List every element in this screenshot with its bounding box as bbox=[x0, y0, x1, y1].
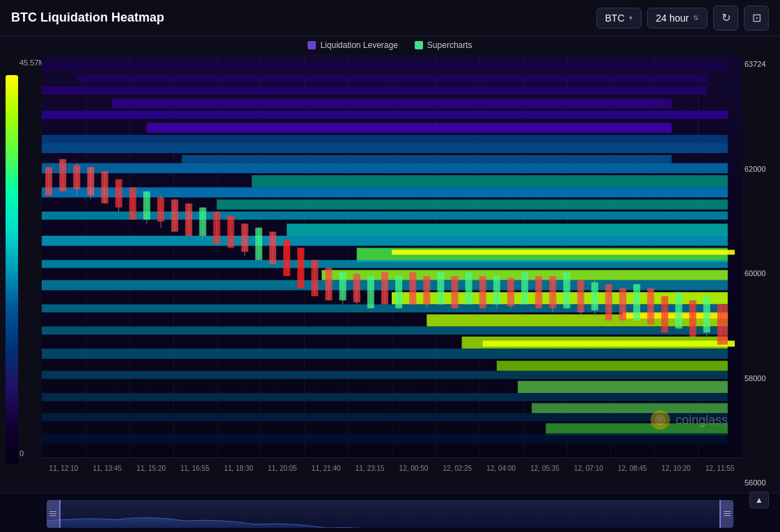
refresh-button[interactable]: ↻ bbox=[713, 6, 738, 31]
svg-rect-52 bbox=[143, 191, 150, 220]
x-label-6: 11, 21:40 bbox=[304, 465, 348, 472]
svg-rect-27 bbox=[42, 371, 728, 379]
svg-rect-26 bbox=[497, 361, 728, 371]
right-grip bbox=[724, 511, 731, 516]
svg-rect-42 bbox=[73, 166, 80, 190]
scrollbar-thumb-right[interactable] bbox=[719, 500, 733, 528]
scrollbar-track[interactable] bbox=[47, 500, 733, 528]
x-label-10: 12, 04:00 bbox=[479, 465, 523, 472]
svg-rect-100 bbox=[479, 276, 486, 308]
y-axis-bottom-label: 0 bbox=[19, 449, 24, 458]
svg-rect-110 bbox=[549, 276, 556, 308]
x-axis: 11, 12:10 11, 13:45 11, 15:20 11, 16:55 … bbox=[42, 458, 742, 478]
refresh-icon: ↻ bbox=[722, 11, 731, 24]
x-label-14: 12, 10:20 bbox=[654, 465, 698, 472]
svg-rect-116 bbox=[591, 282, 598, 311]
x-label-5: 11, 20:05 bbox=[260, 465, 304, 472]
svg-rect-132 bbox=[703, 296, 710, 332]
scrollbar-area: ▲ bbox=[0, 492, 780, 532]
scroll-up-button[interactable]: ▲ bbox=[749, 492, 769, 508]
svg-rect-25 bbox=[42, 348, 728, 359]
x-label-7: 11, 23:15 bbox=[348, 465, 392, 472]
svg-rect-17 bbox=[42, 260, 728, 268]
svg-rect-46 bbox=[102, 171, 109, 203]
camera-icon: ⊡ bbox=[752, 11, 761, 24]
svg-rect-40 bbox=[59, 159, 66, 191]
svg-rect-94 bbox=[437, 272, 444, 304]
svg-rect-6 bbox=[42, 135, 728, 143]
asset-arrow: ▾ bbox=[629, 14, 632, 22]
svg-rect-126 bbox=[661, 296, 668, 332]
x-label-9: 12, 02:25 bbox=[436, 465, 479, 472]
price-58000: 58000 bbox=[745, 374, 777, 382]
svg-rect-4 bbox=[42, 111, 728, 119]
y-axis-right: 63724 62000 60000 58000 56000 bbox=[742, 54, 780, 492]
price-62000: 62000 bbox=[745, 165, 777, 173]
svg-rect-76 bbox=[311, 260, 318, 296]
time-arrow: ⇅ bbox=[693, 14, 699, 22]
svg-rect-62 bbox=[213, 211, 220, 243]
x-label-15: 12, 11:55 bbox=[698, 465, 742, 472]
svg-rect-104 bbox=[507, 278, 514, 307]
screenshot-button[interactable]: ⊡ bbox=[744, 6, 769, 31]
x-label-4: 11, 18:30 bbox=[217, 465, 261, 472]
legend: Liquidation Leverage Supercharts bbox=[0, 36, 780, 54]
svg-rect-66 bbox=[241, 224, 248, 252]
svg-rect-72 bbox=[283, 240, 290, 276]
legend-supercharts: Supercharts bbox=[415, 40, 472, 50]
svg-rect-10 bbox=[252, 175, 728, 187]
grip-line bbox=[49, 515, 56, 516]
svg-rect-12 bbox=[217, 200, 728, 210]
svg-rect-1 bbox=[77, 74, 706, 83]
svg-rect-122 bbox=[633, 284, 640, 321]
color-scale-bar bbox=[6, 75, 18, 465]
heatmap-canvas[interactable]: 🪙 coinglass bbox=[42, 54, 742, 458]
mini-chart-svg bbox=[47, 500, 733, 528]
watermark-text: coinglass bbox=[676, 413, 728, 428]
svg-rect-64 bbox=[228, 216, 234, 248]
svg-rect-68 bbox=[255, 227, 262, 259]
svg-rect-5 bbox=[147, 123, 672, 134]
svg-rect-38 bbox=[45, 167, 52, 195]
x-label-11: 12, 05:35 bbox=[523, 465, 567, 472]
svg-rect-9 bbox=[42, 163, 728, 174]
x-label-1: 11, 13:45 bbox=[86, 465, 129, 472]
asset-selector[interactable]: BTC ▾ bbox=[596, 8, 642, 29]
svg-rect-54 bbox=[157, 198, 164, 222]
svg-rect-120 bbox=[619, 288, 626, 320]
legend-supercharts-label: Supercharts bbox=[427, 40, 472, 50]
svg-rect-28 bbox=[518, 381, 728, 393]
svg-rect-84 bbox=[367, 276, 374, 308]
price-56000: 56000 bbox=[745, 478, 777, 487]
svg-rect-34 bbox=[483, 341, 735, 347]
svg-rect-58 bbox=[185, 204, 192, 236]
svg-rect-90 bbox=[409, 272, 416, 304]
svg-rect-2 bbox=[42, 86, 707, 95]
grip-line bbox=[724, 511, 731, 512]
x-label-13: 12, 08:45 bbox=[610, 465, 654, 472]
svg-rect-50 bbox=[129, 187, 136, 219]
svg-rect-98 bbox=[465, 272, 472, 304]
svg-rect-7 bbox=[42, 143, 728, 154]
x-label-2: 11, 15:20 bbox=[129, 465, 173, 472]
svg-rect-86 bbox=[381, 272, 388, 304]
grip-line bbox=[49, 511, 56, 512]
scrollbar-thumb-left[interactable] bbox=[47, 500, 61, 528]
svg-rect-106 bbox=[521, 272, 528, 304]
svg-rect-0 bbox=[42, 63, 728, 71]
svg-rect-128 bbox=[675, 292, 682, 328]
y-axis-left: 45.57M 0 bbox=[0, 54, 42, 492]
grip-line bbox=[724, 515, 731, 516]
svg-rect-33 bbox=[42, 433, 728, 444]
x-label-3: 11, 16:55 bbox=[173, 465, 217, 472]
svg-rect-88 bbox=[395, 276, 402, 308]
legend-liquidation-label: Liquidation Leverage bbox=[320, 40, 397, 50]
time-selector[interactable]: 24 hour ⇅ bbox=[647, 8, 708, 29]
svg-rect-31 bbox=[42, 413, 728, 421]
svg-rect-14 bbox=[287, 224, 728, 236]
svg-rect-124 bbox=[647, 288, 654, 324]
x-label-0: 11, 12:10 bbox=[42, 465, 86, 472]
svg-rect-70 bbox=[269, 232, 276, 264]
svg-rect-96 bbox=[452, 276, 459, 308]
x-label-8: 12, 00:50 bbox=[392, 465, 436, 472]
